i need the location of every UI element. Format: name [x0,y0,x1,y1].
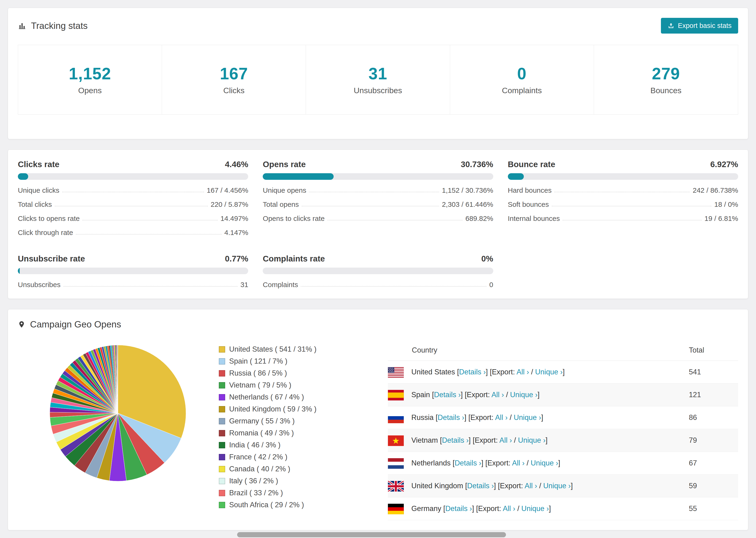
country-cell: United Kingdom [Details ›] [Export: All … [388,475,689,497]
bracket-close-text: ] [538,391,540,399]
stat-row: Soft bounces 18 / 0% [508,200,738,208]
details-link[interactable]: Details › [438,413,464,422]
export-all-link[interactable]: All › [503,505,515,512]
legend-item: Italy ( 36 / 2% ) [219,477,329,485]
dotted-leader [82,220,217,220]
horizontal-scrollbar-thumb[interactable] [237,532,506,537]
stat-row-label: Internal bounces [508,215,560,223]
rate-rows: Hard bounces 242 / 86.738% Soft bounces … [508,187,738,223]
stat-row: Unique opens 1,152 / 30.736% [263,187,493,194]
export-unique-link[interactable]: Unique › [518,436,545,444]
rate-head: Unsubscribe rate 0.77% [18,254,248,263]
export-basic-stats-button[interactable]: Export basic stats [661,18,738,33]
export-unique-link[interactable]: Unique › [521,505,549,512]
stat-row-label: Opens to clicks rate [263,215,324,223]
country-cell: Netherlands [Details ›] [Export: All › /… [388,452,689,474]
rate-block: Unsubscribe rate 0.77% Unsubscribes 31 [18,254,248,289]
country-cell: Germany [Details ›] [Export: All › / Uni… [388,497,689,520]
country-name: Germany [411,505,441,512]
export-all-link[interactable]: All › [516,368,529,376]
tracking-stats-card: Tracking stats Export basic stats 1,152 … [8,8,748,139]
dotted-leader [301,286,486,287]
legend-item: United Kingdom ( 59 / 3% ) [219,405,329,413]
legend-color-swatch [219,406,225,412]
details-link[interactable]: Details › [434,391,461,399]
details-link[interactable]: Details › [455,459,481,467]
rate-title: Opens rate [263,160,306,169]
legend-item: Spain ( 121 / 7% ) [219,357,329,365]
legend-item: Romania ( 49 / 3% ) [219,429,329,437]
legend-color-swatch [219,418,225,424]
geo-title: Campaign Geo Opens [30,319,121,330]
bracket-text: [ [438,436,442,444]
country-name: United States [411,368,455,376]
legend-item: South Africa ( 29 / 2% ) [219,501,329,509]
rates-grid: Clicks rate 4.46% Unique clicks 167 / 4.… [18,160,738,289]
rate-percent: 6.927% [710,160,738,169]
bracket-close-text: ] [545,436,548,444]
export-all-link[interactable]: All › [495,413,508,422]
slash-text: / [512,436,518,444]
details-link[interactable]: Details › [467,482,494,490]
rate-percent: 30.736% [460,160,493,169]
table-row: Vietnam [Details ›] [Export: All › / Uni… [388,429,738,452]
legend-label: Canada ( 40 / 2% ) [229,465,290,473]
bracket-text: [ [441,505,445,512]
legend-color-swatch [219,454,225,460]
legend-item: Canada ( 40 / 2% ) [219,465,329,473]
export-unique-link[interactable]: Unique › [510,391,537,399]
dashboard-page: Tracking stats Export basic stats 1,152 … [0,0,756,538]
stat-row-label: Unsubscribes [18,281,61,289]
legend-item: Netherlands ( 67 / 4% ) [219,393,329,402]
country-name: Vietnam [411,436,438,444]
country-total: 86 [689,413,738,422]
export-unique-link[interactable]: Unique › [543,482,571,490]
export-all-link[interactable]: All › [524,482,537,490]
country-total: 67 [689,459,738,467]
bar-chart-icon [18,22,26,30]
legend-label: Netherlands ( 67 / 4% ) [229,393,304,402]
stat-row: Total clicks 220 / 5.87% [18,200,248,208]
stat-row: Click through rate 4.147% [18,229,248,237]
dotted-leader [302,206,439,206]
export-unique-link[interactable]: Unique › [514,413,541,422]
details-link[interactable]: Details › [459,368,486,376]
rate-percent: 0.77% [225,254,248,263]
slash-text: / [524,459,531,467]
rate-head: Complaints rate 0% [263,254,493,263]
dotted-leader [63,286,238,287]
export-unique-link[interactable]: Unique › [535,368,563,376]
geo-pie-wrap [47,343,188,484]
rate-percent: 0% [481,254,493,263]
stat-value: 167 [162,64,306,83]
rate-block: Clicks rate 4.46% Unique clicks 167 / 4.… [18,160,248,237]
stat-row: Clicks to opens rate 14.497% [18,215,248,223]
flag-es-icon [388,390,404,401]
details-link[interactable]: Details › [442,436,469,444]
progress-bar [508,173,738,180]
geo-title-row: Campaign Geo Opens [18,319,738,330]
export-all-link[interactable]: All › [499,436,512,444]
country-total: 121 [689,391,738,399]
rate-head: Clicks rate 4.46% [18,160,248,169]
export-all-link[interactable]: All › [512,459,524,467]
legend-color-swatch [219,394,225,401]
export-all-link[interactable]: All › [491,391,504,399]
details-link[interactable]: Details › [445,505,472,512]
legend-label: Brazil ( 33 / 2% ) [229,489,283,497]
flag-vn-icon [388,435,404,446]
slash-text: / [515,505,521,512]
country-total: 541 [689,368,738,376]
legend-label: South Africa ( 29 / 2% ) [229,501,304,509]
legend-item: Germany ( 55 / 3% ) [219,417,329,425]
geo-content: United States ( 541 / 31% ) Spain ( 121 … [18,343,738,520]
legend-label: France ( 42 / 2% ) [229,453,287,461]
rate-head: Bounce rate 6.927% [508,160,738,169]
total-column-header: Total [689,346,738,354]
export-unique-link[interactable]: Unique › [531,459,558,467]
country-cell: Russia [Details ›] [Export: All › / Uniq… [388,406,689,429]
flag-gb-icon [388,481,404,492]
dotted-leader [563,220,702,220]
country-column-header: Country [388,346,689,354]
stat-box: 31 Unsubscribes [306,45,450,114]
